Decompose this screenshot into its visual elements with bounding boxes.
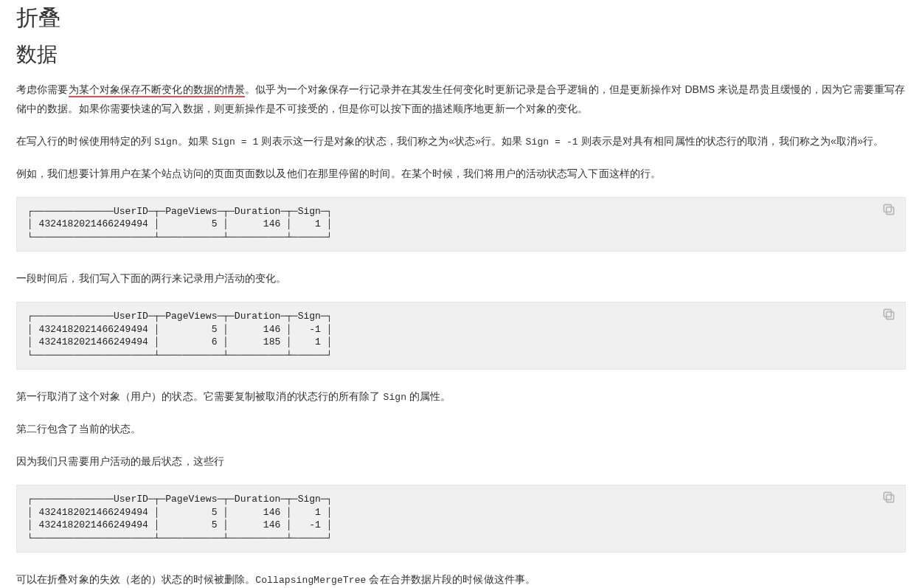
heading-data: 数据: [16, 41, 906, 69]
svg-rect-4: [887, 495, 894, 502]
text: 则表示是对具有相同属性的状态行的取消，我们称之为«取消»行。: [578, 135, 884, 147]
code-content: ┌──────────────UserID─┬─PageViews─┬─Dura…: [27, 310, 895, 362]
code-block-2: ┌──────────────UserID─┬─PageViews─┬─Dura…: [16, 302, 906, 370]
inline-code-sign: Sign: [384, 392, 407, 403]
paragraph-last-state: 因为我们只需要用户活动的最后状态，这些行: [16, 452, 906, 471]
code-block-1: ┌──────────────UserID─┬─PageViews─┬─Dura…: [16, 197, 906, 252]
paragraph-second-row-current: 第二行包含了当前的状态。: [16, 420, 906, 439]
text: 在写入行的时候使用特定的列: [16, 135, 154, 147]
text: 考虑你需要: [16, 83, 69, 95]
text: 。如果: [178, 135, 212, 147]
text: 第一行取消了这个对象（用户）的状态。它需要复制被取消的状态行的所有除了: [16, 390, 384, 402]
svg-rect-1: [884, 204, 891, 212]
paragraph-collapse-delete: 可以在折叠对象的失效（老的）状态的时候被删除。CollapsingMergeTr…: [16, 570, 906, 588]
paragraph-after-time: 一段时间后，我们写入下面的两行来记录用户活动的变化。: [16, 269, 906, 288]
copy-icon[interactable]: [881, 490, 899, 508]
heading-collapse: 折叠: [16, 3, 906, 33]
inline-code-collapsingmergetree: CollapsingMergeTree: [255, 575, 366, 586]
svg-rect-3: [884, 310, 891, 317]
code-block-3: ┌──────────────UserID─┬─PageViews─┬─Dura…: [16, 485, 906, 553]
text: 会在合并数据片段的时候做这件事。: [366, 573, 535, 585]
paragraph-example-intro: 例如，我们想要计算用户在某个站点访问的页面页面数以及他们在那里停留的时间。在某个…: [16, 165, 906, 184]
paragraph-first-row-cancel: 第一行取消了这个对象（用户）的状态。它需要复制被取消的状态行的所有除了 Sign…: [16, 387, 906, 407]
svg-rect-0: [887, 207, 894, 214]
text: 可以在折叠对象的失效（老的）状态的时候被删除。: [16, 573, 255, 585]
paragraph-sign-column: 在写入行的时候使用特定的列 Sign。如果 Sign = 1 则表示这一行是对象…: [16, 132, 906, 151]
code-content: ┌──────────────UserID─┬─PageViews─┬─Dura…: [27, 205, 895, 244]
inline-code-sign-eq-neg1: Sign = -1: [526, 136, 578, 148]
code-content: ┌──────────────UserID─┬─PageViews─┬─Dura…: [27, 493, 895, 544]
inline-code-sign: Sign: [154, 136, 178, 148]
svg-rect-2: [887, 312, 894, 319]
text: 的属性。: [406, 390, 451, 402]
paragraph-intro: 考虑你需要为某个对象保存不断变化的数据的情景。似乎为一个对象保存一行记录并在其发…: [16, 80, 906, 119]
copy-icon[interactable]: [881, 307, 899, 325]
inline-code-sign-eq-1: Sign = 1: [212, 136, 258, 148]
text: 则表示这一行是对象的状态，我们称之为«状态»行。如果: [258, 135, 525, 147]
copy-icon[interactable]: [881, 202, 899, 220]
svg-rect-5: [884, 493, 891, 500]
highlighted-phrase: 为某个对象保存不断变化的数据的情景: [69, 83, 246, 97]
